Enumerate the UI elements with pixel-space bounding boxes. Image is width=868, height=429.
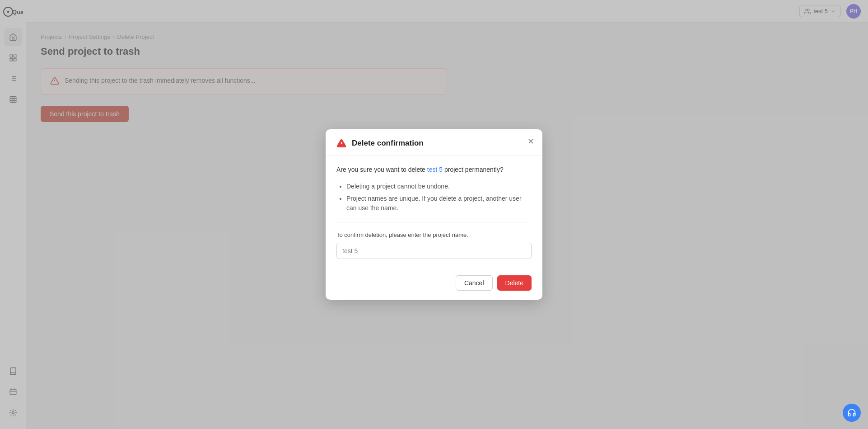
cancel-button[interactable]: Cancel — [456, 275, 493, 291]
delete-button[interactable]: Delete — [497, 275, 532, 291]
modal-project-name-link[interactable]: test 5 — [427, 166, 443, 173]
modal-divider — [336, 222, 532, 222]
headset-icon — [847, 408, 856, 417]
modal-question-suffix: project permanently? — [443, 166, 504, 173]
modal-footer: Cancel Delete — [326, 268, 542, 300]
modal-bullets: Deleting a project cannot be undone. Pro… — [336, 182, 532, 213]
support-button[interactable] — [843, 404, 861, 422]
modal-confirm-label: To confirm deletion, please enter the pr… — [336, 231, 532, 238]
modal-body: Are you sure you want to delete test 5 p… — [326, 156, 542, 268]
modal-title: Delete confirmation — [352, 139, 424, 148]
modal-question-prefix: Are you sure you want to delete — [336, 166, 427, 173]
modal-bullet-2: Project names are unique. If you delete … — [346, 194, 532, 213]
modal-bullet-1: Deleting a project cannot be undone. — [346, 182, 532, 191]
modal-project-name-input[interactable] — [336, 243, 532, 259]
modal-warning-icon — [336, 138, 346, 148]
delete-confirmation-modal: Delete confirmation ✕ Are you sure you w… — [326, 129, 542, 300]
modal-header: Delete confirmation ✕ — [326, 129, 542, 156]
modal-backdrop: Delete confirmation ✕ Are you sure you w… — [0, 0, 868, 429]
modal-question: Are you sure you want to delete test 5 p… — [336, 165, 532, 174]
modal-close-button[interactable]: ✕ — [527, 137, 534, 146]
